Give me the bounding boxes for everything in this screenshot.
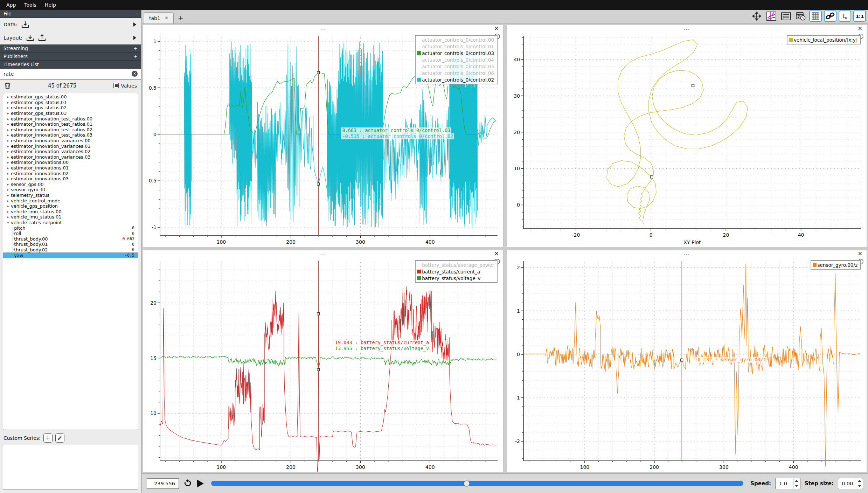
plot-canvas[interactable]: 100200300400101520battery_status/average…	[143, 259, 503, 472]
chevron-right-icon[interactable]: ▸	[5, 177, 11, 181]
grid-view-button[interactable]	[809, 11, 822, 22]
move-tool-button[interactable]	[750, 11, 763, 22]
close-tab-icon[interactable]: ✕	[165, 15, 168, 21]
legend-item[interactable]: battery_status/voltage_v	[417, 275, 494, 282]
spin-up-icon[interactable]	[793, 478, 800, 484]
time-display[interactable]: 239.556	[147, 478, 179, 489]
close-plot-icon[interactable]: ✕	[494, 26, 499, 32]
chevron-right-icon[interactable]: ▸	[5, 111, 11, 115]
legend-item[interactable]: battery_status/current_a	[417, 268, 494, 275]
section-streaming[interactable]: Streaming +	[0, 44, 141, 53]
load-layout-icon[interactable]	[26, 34, 34, 42]
timeseries-item[interactable]: ▸estimator_innovations.01	[3, 165, 138, 171]
chevron-right-icon[interactable]: ▸	[5, 204, 11, 208]
timeseries-item[interactable]: ▸vehicle_gps_position	[3, 203, 138, 209]
spin-up-icon[interactable]	[856, 478, 863, 484]
section-publishers[interactable]: Publishers +	[0, 53, 141, 61]
chevron-right-icon[interactable]: ▸	[5, 172, 11, 175]
expand-icon[interactable]: +	[133, 54, 138, 59]
plot-drag-handle[interactable]: ...	[320, 250, 326, 256]
edit-custom-series-button[interactable]	[55, 433, 64, 443]
play-button[interactable]	[196, 479, 204, 488]
timeseries-item[interactable]: ▸estimator_gps_status.00	[3, 94, 138, 100]
expand-icon[interactable]: +	[133, 46, 138, 51]
timeseries-item[interactable]: ├thrust_body.000.663	[3, 236, 138, 242]
timeseries-item[interactable]: ▸estimator_innovation_test_ratios.02	[3, 127, 138, 133]
plot-legend[interactable]: battery_status/average_powerbattery_stat…	[415, 260, 498, 283]
chevron-down-icon[interactable]: ▾	[5, 221, 11, 224]
plot-canvas[interactable]: -2002040010203040XY Plotvehicle_local_po…	[507, 34, 867, 247]
chevron-right-icon[interactable]: ▸	[5, 150, 11, 153]
chevron-right-icon[interactable]: ▸	[5, 144, 11, 148]
timeseries-item[interactable]: ▸estimator_innovation_test_ratios.03	[3, 132, 138, 138]
chevron-right-icon[interactable]: ▸	[5, 117, 11, 121]
ratio-button[interactable]: 1:1	[853, 11, 866, 22]
legend-item[interactable]: sensor_gyro.00/z	[813, 262, 857, 268]
chevron-right-icon[interactable]: ▸	[5, 122, 11, 126]
close-plot-icon[interactable]: ✕	[494, 251, 499, 257]
chevron-right-icon[interactable]: ▸	[5, 182, 11, 186]
link-axes-button[interactable]	[824, 11, 836, 22]
timeseries-item[interactable]: ▸vehicle_imu_status.01	[3, 214, 138, 220]
chevron-right-icon[interactable]: ▸	[5, 128, 11, 132]
layout-menu-chevron-icon[interactable]	[133, 36, 136, 40]
timeseries-item[interactable]: ▸estimator_innovation_variances.01	[3, 143, 138, 149]
timeseries-item[interactable]: ▸estimator_innovation_variances.03	[3, 154, 138, 160]
menu-help[interactable]: Help	[41, 1, 60, 9]
plot-legend[interactable]: vehicle_local_position/[x;y]	[787, 35, 861, 44]
custom-series-list[interactable]	[3, 445, 138, 489]
section-file[interactable]: File -	[0, 10, 141, 18]
close-plot-icon[interactable]: ✕	[858, 26, 862, 32]
plot-legend[interactable]: sensor_gyro.00/z	[811, 260, 861, 270]
chevron-right-icon[interactable]: ▸	[5, 133, 11, 137]
tab-tab1[interactable]: tab1 ✕	[144, 12, 174, 23]
timeseries-item[interactable]: ▸vehicle_imu_status.00	[3, 209, 138, 214]
legend-item[interactable]: actuator_controls_0/control.01	[417, 43, 494, 50]
speed-spinbox[interactable]: 1.0	[775, 478, 800, 489]
chevron-right-icon[interactable]: ▸	[5, 155, 11, 159]
chevron-right-icon[interactable]: ▸	[5, 210, 11, 214]
chevron-right-icon[interactable]: ▸	[5, 106, 11, 110]
legend-item[interactable]: actuator_controls_0/control.05	[417, 63, 494, 70]
timeseries-item[interactable]: ▸estimator_innovation_variances.02	[3, 149, 138, 154]
legend-item[interactable]: actuator_controls_0/control.03	[417, 50, 494, 56]
slider-handle[interactable]	[464, 480, 470, 486]
step-size-spinbox[interactable]: 0.00	[838, 478, 863, 489]
timeseries-tree[interactable]: ▸estimator_gps_status.00▸estimator_gps_s…	[3, 93, 138, 430]
timeseries-search-input[interactable]	[4, 71, 132, 77]
legend-toggle-button[interactable]	[780, 11, 792, 22]
plot-drag-handle[interactable]: ...	[320, 25, 326, 31]
timeseries-item[interactable]: ▾vehicle_rates_setpoint	[3, 220, 138, 225]
legend-item[interactable]: vehicle_local_position/[x;y]	[789, 36, 857, 43]
timeseries-item[interactable]: ▸estimator_gps_status.01	[3, 100, 138, 105]
clear-search-icon[interactable]: ✕	[132, 71, 138, 77]
spin-down-icon[interactable]	[793, 484, 800, 489]
plot-legend[interactable]: actuator_controls_0/control.00actuator_c…	[415, 35, 498, 84]
plot-drag-handle[interactable]: ...	[684, 250, 689, 256]
menu-app[interactable]: App	[3, 1, 19, 9]
load-data-icon[interactable]	[21, 21, 29, 28]
plot-drag-handle[interactable]: ...	[684, 25, 689, 31]
chevron-right-icon[interactable]: ▸	[5, 215, 11, 219]
legend-item[interactable]: battery_status/average_power	[417, 262, 494, 268]
chevron-right-icon[interactable]: ▸	[5, 100, 11, 104]
time-slider[interactable]	[211, 481, 743, 486]
data-menu-chevron-icon[interactable]	[133, 22, 136, 27]
timeseries-item[interactable]: ▸sensor_gps.00	[3, 182, 138, 187]
chevron-right-icon[interactable]: ▸	[5, 160, 11, 164]
timeseries-item[interactable]: ▸vehicle_control_mode	[3, 198, 138, 203]
timeseries-item[interactable]: ▸telemetry_status	[3, 193, 138, 198]
timeseries-item[interactable]: ├roll0	[3, 231, 138, 236]
timeseries-item[interactable]: ├thrust_body.010	[3, 242, 138, 247]
plot-canvas[interactable]: 100200300400-1-0.500.51actuator_controls…	[143, 34, 503, 247]
close-plot-icon[interactable]: ✕	[858, 251, 862, 257]
loop-button[interactable]	[183, 479, 192, 488]
timeseries-item[interactable]: ▸estimator_innovation_test_ratios.01	[3, 121, 138, 127]
save-layout-icon[interactable]	[38, 34, 46, 42]
menu-tools[interactable]: Tools	[21, 1, 40, 9]
curve-tracker-button[interactable]: A	[765, 11, 778, 22]
timeseries-item[interactable]: ▸estimator_innovations.02	[3, 171, 138, 176]
plot-canvas[interactable]: 100200300400-2-1012sensor_gyro.00/z-0.13…	[507, 259, 867, 472]
timeseries-item[interactable]: ▸estimator_innovation_variances.00	[3, 138, 138, 144]
timeseries-item[interactable]: ▸estimator_gps_status.02	[3, 105, 138, 111]
